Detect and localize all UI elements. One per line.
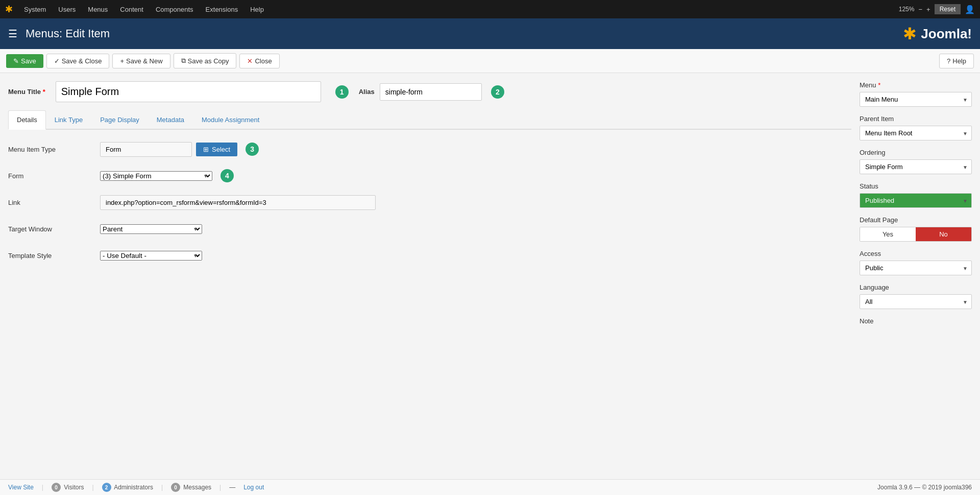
required-star: * [43,88,45,96]
help-button[interactable]: ? Help [939,54,974,68]
close-icon: ✕ [247,57,253,65]
nav-components[interactable]: Components [151,0,199,18]
menu-item-type-input [100,142,192,157]
save-close-button[interactable]: ✓ Save & Close [46,54,110,68]
help-label: Help [952,57,966,65]
save-close-label: Save & Close [62,57,102,65]
default-page-label: Default Page [860,216,972,224]
tabs: Details Link Type Page Display Metadata … [8,110,851,130]
tab-page-display[interactable]: Page Display [91,110,148,130]
select-button[interactable]: ⊞ Select [196,143,237,156]
plus-icon: + [120,57,124,65]
link-input [100,195,376,210]
ordering-select[interactable]: Simple Form [860,159,972,174]
tab-details[interactable]: Details [8,110,46,130]
parent-item-section: Parent Item Menu Item Root [860,115,972,140]
menu-title-input[interactable] [56,81,321,102]
ordering-select-wrapper: Simple Form [860,159,972,174]
tab-metadata[interactable]: Metadata [148,110,193,130]
form-row: Form (3) Simple Form 4 [8,167,851,185]
menu-title-label: Menu Title * [8,88,45,96]
plus-icon[interactable]: + [926,6,930,13]
menu-title-row: Menu Title * 1 Alias 2 [8,81,851,102]
joomla-star-icon: ✱ [903,24,917,43]
save-label: Save [21,57,36,65]
zoom-level: 125% [899,6,915,13]
target-window-select[interactable]: Parent [100,224,202,234]
copy-icon: ⧉ [181,57,186,65]
target-window-control: Parent [100,224,851,234]
save-button[interactable]: ✎ Save [6,54,43,68]
nav-system[interactable]: System [19,0,51,18]
close-button[interactable]: ✕ Close [239,54,279,68]
joomla-brand: ✱ Joomla! [903,24,972,43]
close-label: Close [255,57,272,65]
parent-item-select-wrapper: Menu Item Root [860,126,972,140]
access-label: Access [860,250,972,257]
select-label: Select [212,146,230,153]
step-badge-3: 3 [246,143,259,156]
save-copy-label: Save as Copy [188,57,229,65]
status-select[interactable]: Published Unpublished Trashed [860,193,972,208]
form-label: Form [8,172,100,180]
yes-button[interactable]: Yes [860,227,916,241]
menu-select[interactable]: Main Menu [860,92,972,107]
menu-select-wrapper: Main Menu [860,92,972,107]
nav-extensions[interactable]: Extensions [201,0,243,18]
access-section: Access Public Guest Registered Special S… [860,250,972,275]
template-style-select-wrapper: - Use Default - [100,251,202,261]
user-icon[interactable]: 👤 [965,5,975,14]
hamburger-menu-icon[interactable]: ☰ [8,28,17,40]
form-select-wrapper: (3) Simple Form [100,171,212,181]
menu-section: Menu * Main Menu [860,81,972,107]
tab-link-type[interactable]: Link Type [46,110,91,130]
access-select[interactable]: Public Guest Registered Special Super Us… [860,261,972,275]
ordering-section: Ordering Simple Form [860,149,972,174]
language-label: Language [860,284,972,291]
toolbar: ✎ Save ✓ Save & Close + Save & New ⧉ Sav… [0,49,980,73]
header-bar: ☰ Menus: Edit Item ✱ Joomla! [0,18,980,49]
step-badge-2: 2 [491,85,504,99]
template-style-control: - Use Default - [100,251,851,261]
reset-button[interactable]: Reset [935,4,961,14]
parent-item-select[interactable]: Menu Item Root [860,126,972,140]
nav-content[interactable]: Content [115,0,149,18]
save-new-label: Save & New [126,57,163,65]
link-control [100,195,851,210]
template-style-select[interactable]: - Use Default - [100,251,202,261]
check-icon: ✓ [54,57,60,65]
menu-item-type-control: ⊞ Select 3 [100,142,851,157]
joomla-brand-text: Joomla! [921,26,972,42]
alias-input[interactable] [380,83,482,101]
status-label: Status [860,182,972,190]
note-label: Note [860,317,972,325]
tab-module-assignment[interactable]: Module Assignment [193,110,268,130]
joomla-top-logo: ✱ [5,4,13,15]
nav-menus[interactable]: Menus [83,0,113,18]
link-row: Link [8,193,851,211]
note-section: Note [860,317,972,325]
grid-icon: ⊞ [203,146,209,153]
language-select-wrapper: All [860,294,972,309]
left-panel: Menu Title * 1 Alias 2 Details Link Type… [8,81,851,333]
save-new-button[interactable]: + Save & New [112,54,170,68]
no-button[interactable]: No [916,227,971,241]
alias-section: Alias 2 [359,83,504,101]
form-control: (3) Simple Form 4 [100,169,851,182]
nav-users[interactable]: Users [53,0,81,18]
menu-item-type-label: Menu Item Type [8,146,100,153]
language-section: Language All [860,284,972,309]
target-window-label: Target Window [8,225,100,233]
minus-icon[interactable]: − [918,6,922,13]
save-copy-button[interactable]: ⧉ Save as Copy [174,53,237,68]
parent-item-label: Parent Item [860,115,972,123]
status-select-wrapper: Published Unpublished Trashed [860,193,972,208]
yes-no-group: Yes No [860,227,972,242]
top-navigation: ✱ System Users Menus Content Components … [0,0,980,18]
nav-help[interactable]: Help [245,0,269,18]
menu-section-label: Menu * [860,81,972,89]
form-select[interactable]: (3) Simple Form [100,171,212,181]
default-page-section: Default Page Yes No [860,216,972,242]
language-select[interactable]: All [860,294,972,309]
step-badge-1: 1 [335,85,349,99]
